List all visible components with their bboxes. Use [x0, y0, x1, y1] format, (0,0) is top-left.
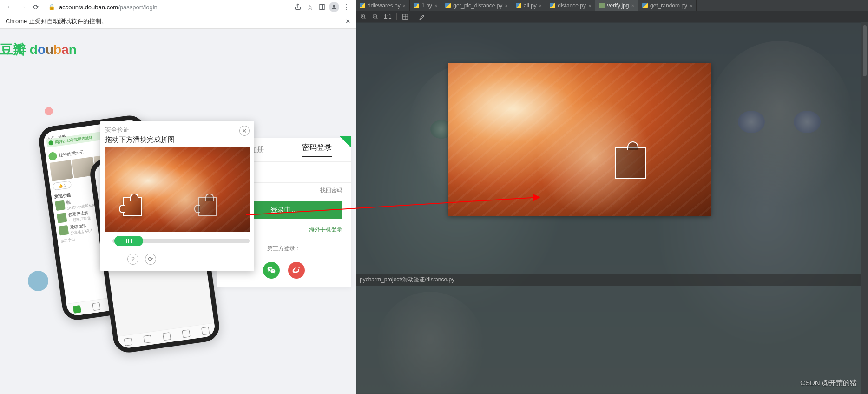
editor-tab[interactable]: distance.py×: [546, 0, 595, 11]
grid-icon[interactable]: [401, 13, 409, 20]
zoom-out-icon[interactable]: [372, 13, 379, 20]
zoom-in-icon[interactable]: [360, 13, 367, 20]
color-picker-icon[interactable]: [419, 13, 426, 20]
editor-tab-bar: ddlewares.py×1.py×get_pic_distance.py×al…: [356, 0, 868, 11]
tab-close-icon[interactable]: ×: [505, 3, 507, 8]
tab-label: 1.py: [421, 2, 432, 9]
profile-avatar[interactable]: [329, 2, 339, 12]
python-file-icon: [516, 3, 521, 8]
csdn-watermark: CSDN @开荒的猪: [800, 379, 857, 387]
bookmark-star-icon[interactable]: ☆: [305, 2, 315, 12]
tab-close-icon[interactable]: ×: [403, 3, 406, 8]
panel-icon[interactable]: [317, 2, 327, 12]
verify-puzzle-slot: [615, 147, 646, 179]
nav-back-button[interactable]: ←: [5, 2, 15, 12]
tab-label: verify.jpg: [607, 2, 629, 9]
editor-tab[interactable]: 1.py×: [410, 0, 441, 11]
infobar-text: Chrome 正受到自动测试软件的控制。: [6, 17, 107, 26]
python-file-icon: [360, 3, 365, 8]
tab-label: ddlewares.py: [368, 2, 401, 9]
editor-tab[interactable]: verify.jpg×: [595, 0, 638, 11]
puzzle-piece[interactable]: [123, 197, 142, 216]
automation-infobar: Chrome 正受到自动测试软件的控制。 ×: [0, 14, 356, 29]
python-file-icon: [550, 3, 555, 8]
captcha-subtitle: 安全验证: [105, 126, 175, 134]
svg-line-4: [364, 18, 366, 19]
editor-tab[interactable]: get_pic_distance.py×: [441, 0, 512, 11]
puzzle-target-slot: [198, 197, 217, 216]
tab-label: all.py: [524, 2, 537, 9]
tab-close-icon[interactable]: ×: [434, 3, 437, 8]
editor-tab[interactable]: ddlewares.py×: [356, 0, 410, 11]
python-file-icon: [642, 3, 648, 8]
svg-rect-0: [319, 5, 325, 10]
slider-track: [105, 236, 250, 246]
editor-tab[interactable]: get_random.py×: [638, 0, 697, 11]
image-toolbar: 1:1: [356, 11, 868, 22]
tab-close-icon[interactable]: ×: [539, 3, 542, 8]
image-viewport[interactable]: pycharm_project/滑动验证/distance.py: [356, 22, 868, 394]
status-bar: pycharm_project/滑动验证/distance.py: [356, 274, 868, 286]
page-content: 豆瓣 douban 动态推荐 同好2023年度报告就绪 任性的熊大王 👍 1 发…: [0, 29, 356, 394]
decor-dot-blue: [28, 271, 48, 291]
tab-password-login[interactable]: 密码登录: [302, 143, 332, 157]
nav-forward-button[interactable]: →: [18, 2, 28, 12]
editor-tab[interactable]: all.py×: [512, 0, 546, 11]
address-text: accounts.douban.com/passport/login: [59, 4, 285, 11]
douban-logo: 豆瓣 douban: [0, 41, 77, 59]
address-bar[interactable]: 🔒 accounts.douban.com/passport/login: [44, 1, 290, 13]
tab-label: get_pic_distance.py: [453, 2, 502, 9]
nav-reload-button[interactable]: ⟳: [31, 2, 41, 12]
share-icon[interactable]: [293, 2, 303, 12]
weibo-login-icon[interactable]: [288, 262, 305, 279]
zoom-level[interactable]: 1:1: [384, 13, 392, 20]
lock-icon: 🔒: [48, 4, 55, 10]
python-file-icon: [414, 3, 419, 8]
tab-label: distance.py: [558, 2, 586, 9]
decor-dot-pink: [45, 107, 53, 115]
wechat-login-icon[interactable]: [263, 262, 280, 279]
captcha-help-button[interactable]: ?: [127, 254, 138, 265]
tab-close-icon[interactable]: ×: [631, 3, 634, 8]
browser-window: ← → ⟳ 🔒 accounts.douban.com/passport/log…: [0, 0, 356, 394]
captcha-dialog: 安全验证 拖动下方滑块完成拼图 ✕ ? ⟳: [100, 121, 254, 271]
editor-scrollbar[interactable]: [861, 22, 868, 394]
slider-thumb[interactable]: [114, 236, 143, 246]
toolbar-right: ☆ ⋮: [293, 2, 351, 12]
captcha-image: [105, 147, 250, 232]
captcha-refresh-button[interactable]: ⟳: [145, 254, 156, 265]
kebab-menu-icon[interactable]: ⋮: [341, 2, 351, 12]
tab-close-icon[interactable]: ×: [690, 3, 692, 8]
captcha-title: 拖动下方滑块完成拼图: [105, 135, 175, 144]
editor-window: ddlewares.py×1.py×get_pic_distance.py×al…: [356, 0, 868, 394]
panel-corner-ribbon: [340, 136, 351, 147]
tab-close-icon[interactable]: ×: [588, 3, 591, 8]
svg-point-2: [333, 5, 335, 7]
verify-image: [448, 63, 711, 216]
infobar-close-button[interactable]: ×: [345, 17, 350, 27]
image-file-icon: [599, 3, 605, 8]
python-file-icon: [445, 3, 451, 8]
browser-toolbar: ← → ⟳ 🔒 accounts.douban.com/passport/log…: [0, 0, 356, 14]
captcha-close-button[interactable]: ✕: [239, 126, 250, 136]
svg-line-8: [376, 18, 378, 19]
tab-label: get_random.py: [650, 2, 687, 9]
